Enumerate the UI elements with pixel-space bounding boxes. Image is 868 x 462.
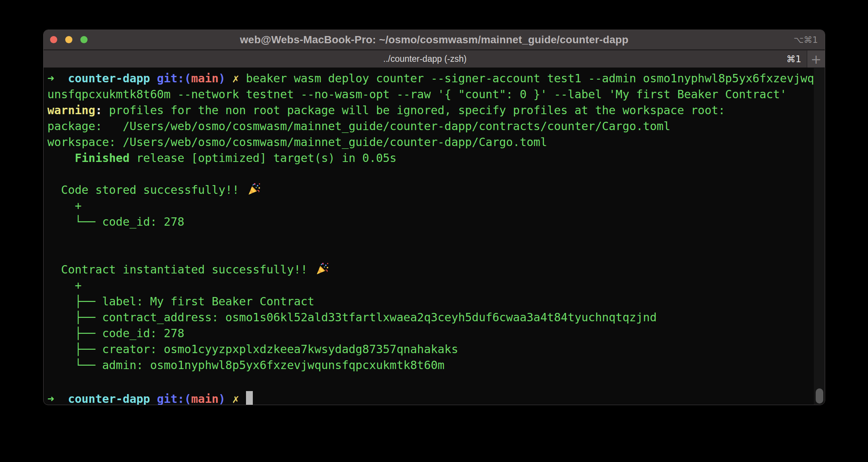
tab-label: ../counter-dapp (-zsh) <box>383 54 467 64</box>
terminal-text-segment: profiles for the non root package will b… <box>102 104 725 117</box>
terminal-line: ├── code_id: 278 <box>47 325 825 341</box>
terminal-line: warning: profiles for the non root packa… <box>47 102 825 118</box>
scrollbar-track <box>814 68 825 405</box>
terminal-text-segment: package: /Users/web/osmo/cosmwasm/mainne… <box>47 119 671 133</box>
terminal-line: ├── creator: osmo1cyyzpxplxdzkeea7kwsyda… <box>47 341 825 357</box>
terminal-line: + <box>47 198 825 214</box>
terminal-text-segment: git:( <box>157 72 191 85</box>
terminal-text-segment: └── admin: osmo1nyphwl8p5yx6fxzevjwqunsf… <box>47 358 445 372</box>
terminal-text-segment: ├── contract_address: osmo1s06kl52ald33t… <box>47 311 656 324</box>
terminal-line: workspace: /Users/web/osmo/cosmwasm/main… <box>47 134 825 150</box>
terminal-line: └── code_id: 278 <box>47 214 825 230</box>
terminal-line: Finished release [optimized] target(s) i… <box>47 150 825 166</box>
window-shortcut-label: ⌥⌘1 <box>794 30 818 49</box>
tab-bar: ../counter-dapp (-zsh) ⌘1 + <box>44 50 825 68</box>
party-popper-icon <box>315 262 329 276</box>
terminal-text-segment: counter-dapp <box>68 392 150 405</box>
terminal-text-segment: beaker wasm deploy counter --signer-acco… <box>239 72 814 85</box>
terminal-text-segment: : <box>95 104 102 117</box>
terminal-text-segment: workspace: /Users/web/osmo/cosmwasm/main… <box>47 135 547 149</box>
terminal-line: unsfqpcxukmtk8t60m --network testnet --n… <box>47 86 825 102</box>
terminal-text-segment <box>54 392 68 405</box>
terminal-line <box>47 166 825 182</box>
terminal-text-segment: ├── code_id: 278 <box>47 327 184 340</box>
terminal-line: └── admin: osmo1nyphwl8p5yx6fxzevjwqunsf… <box>47 357 825 373</box>
terminal-text-segment: ✗ <box>232 71 239 86</box>
terminal-line: ➜ counter-dapp git:(main) ✗ <box>47 389 825 405</box>
terminal-line: package: /Users/web/osmo/cosmwasm/mainne… <box>47 118 825 134</box>
terminal-content[interactable]: ➜ counter-dapp git:(main) ✗ beaker wasm … <box>44 68 825 405</box>
terminal-text-segment: ├── label: My first Beaker Contract <box>47 295 314 308</box>
terminal-text-segment: ) <box>219 392 226 405</box>
terminal-text-segment: ✗ <box>232 391 239 405</box>
terminal-text-segment: + <box>47 279 81 292</box>
terminal-line: Contract instantiated successfully!! <box>47 262 825 278</box>
terminal-line <box>47 373 825 389</box>
terminal-text-segment: ├── creator: osmo1cyyzpxplxdzkeea7kwsyda… <box>47 343 458 356</box>
terminal-line <box>47 230 825 246</box>
terminal-line: ➜ counter-dapp git:(main) ✗ beaker wasm … <box>47 71 825 86</box>
terminal-text-segment: Contract instantiated successfully!! <box>47 263 314 276</box>
terminal-text-segment: counter-dapp <box>68 72 150 85</box>
terminal-cursor <box>246 391 253 405</box>
terminal-text-segment: main <box>191 72 218 85</box>
new-tab-button[interactable]: + <box>807 50 825 68</box>
terminal-text-segment <box>239 392 246 405</box>
terminal-text-segment: unsfqpcxukmtk8t60m --network testnet --n… <box>47 88 787 101</box>
title-bar[interactable]: web@Webs-MacBook-Pro: ~/osmo/cosmwasm/ma… <box>44 30 825 50</box>
terminal-text-segment: └── code_id: 278 <box>47 215 184 228</box>
terminal-line: ├── label: My first Beaker Contract <box>47 294 825 310</box>
terminal-window: web@Webs-MacBook-Pro: ~/osmo/cosmwasm/ma… <box>43 30 825 405</box>
terminal-line: ├── contract_address: osmo1s06kl52ald33t… <box>47 310 825 325</box>
terminal-text-segment <box>54 72 68 85</box>
terminal-text-segment: main <box>191 392 218 405</box>
terminal-text-segment: git:( <box>157 392 191 405</box>
terminal-line: + <box>47 278 825 294</box>
terminal-text-segment: ) <box>219 72 226 85</box>
terminal-text-segment: release [optimized] target(s) in 0.05s <box>130 151 396 165</box>
party-popper-icon <box>247 183 260 196</box>
terminal-text-segment <box>226 392 232 405</box>
window-title: web@Webs-MacBook-Pro: ~/osmo/cosmwasm/ma… <box>44 30 825 49</box>
terminal-text-segment: ➜ <box>47 391 54 405</box>
plus-icon: + <box>811 52 822 67</box>
terminal-text-segment: warning <box>47 104 95 117</box>
terminal-text-segment: ➜ <box>47 71 54 86</box>
terminal-text-segment <box>150 72 157 85</box>
terminal-text-segment <box>226 72 232 85</box>
terminal-line: Code stored successfully!! <box>47 182 825 198</box>
terminal-text-segment: Finished <box>47 151 130 165</box>
terminal-text-segment: Code stored successfully!! <box>47 183 246 196</box>
terminal-text-segment <box>150 392 157 405</box>
tab-shortcut-label: ⌘1 <box>787 50 801 68</box>
tab-counter-dapp[interactable]: ../counter-dapp (-zsh) <box>44 50 806 68</box>
terminal-text-segment: + <box>47 199 81 212</box>
scrollbar-thumb[interactable] <box>816 388 823 404</box>
terminal-line <box>47 246 825 262</box>
